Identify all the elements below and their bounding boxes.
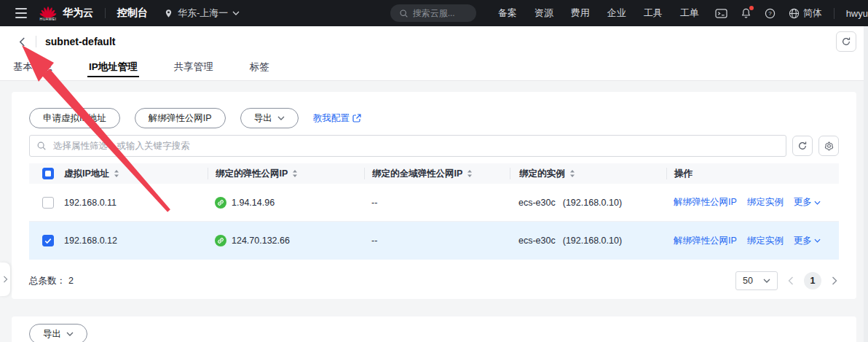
tab-tags[interactable]: 标签 [248, 56, 271, 80]
refresh-icon [797, 141, 808, 151]
table-refresh-button[interactable] [792, 136, 813, 156]
refresh-icon [841, 36, 851, 47]
ip-list-card: 申请虚拟IP地址 解绑弹性公网IP 导出 教我配置 [12, 92, 856, 299]
table-settings-button[interactable] [818, 136, 839, 156]
menu-item-ticket[interactable]: 工单 [680, 7, 699, 20]
page-size-select[interactable]: 50 [735, 271, 778, 290]
instance-ip: (192.168.0.10) [563, 198, 622, 208]
global-eip-value: -- [371, 236, 377, 246]
prev-page-button[interactable] [786, 275, 795, 287]
language-label: 简体 [803, 7, 822, 20]
svg-text:?: ? [768, 10, 772, 17]
search-icon [36, 141, 47, 151]
chevron-down-icon [814, 238, 821, 243]
bind-instance-action[interactable]: 绑定实例 [747, 235, 784, 247]
sort-icon[interactable] [292, 169, 298, 178]
sort-icon[interactable] [467, 169, 473, 178]
menu-item-tools[interactable]: 工具 [644, 7, 663, 20]
column-header-global-eip[interactable]: 绑定的全域弹性公网IP [364, 168, 510, 179]
unbind-eip-action[interactable]: 解绑弹性公网IP [674, 235, 737, 247]
apply-virtual-ip-button[interactable]: 申请虚拟IP地址 [29, 108, 120, 128]
region-selector[interactable]: 华东-上海一 [164, 7, 240, 20]
page-number[interactable]: 1 [804, 272, 821, 289]
menu-item-billing[interactable]: 费用 [571, 7, 590, 20]
cloud-search[interactable] [390, 4, 476, 22]
instance-name: ecs-e30c [518, 198, 556, 208]
eip-bound-status-icon [215, 235, 226, 246]
chevron-down-icon [814, 201, 821, 205]
column-header-instance[interactable]: 绑定的实例 [510, 168, 666, 179]
back-button[interactable] [16, 34, 28, 50]
filter-row [29, 135, 839, 157]
virtual-ip-value: 192.168.0.11 [64, 198, 117, 208]
global-eip-value: -- [371, 198, 377, 208]
table-footer: 总条数： 2 50 1 [29, 271, 839, 290]
more-actions-dropdown[interactable]: 更多 [794, 196, 821, 209]
console-link[interactable]: 控制台 [117, 7, 148, 20]
notification-dot [749, 6, 754, 10]
eip-value: 1.94.14.96 [232, 198, 275, 208]
page-header: subnet-default [0, 26, 868, 57]
page-title: subnet-default [45, 36, 115, 47]
table-row: 192.168.0.12 124.70.132.66 -- ecs-e30c (… [29, 222, 839, 260]
row-checkbox[interactable] [42, 235, 54, 246]
unbind-eip-action[interactable]: 解绑弹性公网IP [674, 196, 737, 209]
select-all-checkbox[interactable] [42, 168, 54, 179]
back-chevron-icon [19, 37, 25, 47]
export-dropdown-button[interactable]: 导出 [240, 108, 299, 128]
menu-item-resources[interactable]: 资源 [534, 7, 553, 20]
account-name[interactable]: hwyu [834, 8, 868, 19]
total-count-label: 总条数： [29, 275, 66, 287]
toolbar: 申请虚拟IP地址 解绑弹性公网IP 导出 教我配置 [29, 108, 839, 128]
language-selector[interactable]: 简体 [789, 7, 822, 20]
teach-me-config-link[interactable]: 教我配置 [313, 112, 361, 125]
row-checkbox[interactable] [42, 197, 54, 209]
huawei-logo[interactable]: HUAWEI 华为云 [39, 5, 93, 21]
topbar: HUAWEI 华为云 控制台 华东-上海一 备案 资源 费用 企业 工具 工单 … [0, 0, 868, 26]
table-header-row: 虚拟IP地址 绑定的弹性公网IP 绑定的全域弹性公网IP 绑定的实例 操作 [29, 163, 839, 184]
gear-icon [824, 141, 835, 152]
menu-item-beian[interactable]: 备案 [498, 7, 517, 20]
column-header-eip[interactable]: 绑定的弹性公网IP [208, 168, 364, 179]
export-card: 导出 [12, 316, 856, 342]
region-label: 华东-上海一 [178, 7, 228, 20]
brand-name: 华为云 [63, 7, 93, 20]
sort-icon[interactable] [569, 169, 575, 178]
chevron-down-icon [232, 11, 240, 15]
scrollbar[interactable] [864, 26, 868, 342]
topbar-divider [105, 8, 106, 18]
help-icon[interactable]: ? [765, 8, 776, 19]
bottom-export-dropdown-button[interactable]: 导出 [29, 324, 87, 342]
eip-bound-status-icon [215, 197, 226, 209]
attribute-filter-input[interactable] [29, 135, 786, 157]
tab-share-management[interactable]: 共享管理 [173, 56, 215, 80]
more-actions-dropdown[interactable]: 更多 [794, 235, 821, 247]
location-pin-icon [164, 9, 173, 18]
unbind-eip-button[interactable]: 解绑弹性公网IP [135, 108, 226, 128]
instance-name: ecs-e30c [518, 236, 556, 246]
external-link-icon [352, 114, 361, 123]
tab-ip-management[interactable]: IP地址管理 [87, 56, 139, 80]
next-page-button[interactable] [830, 275, 839, 287]
chevron-down-icon [66, 332, 74, 336]
column-header-actions: 操作 [666, 168, 839, 179]
table-row: 192.168.0.11 1.94.14.96 -- ecs-e30c (192… [29, 184, 839, 222]
sort-icon[interactable] [114, 169, 119, 178]
page-refresh-button[interactable] [836, 31, 856, 52]
bind-instance-action[interactable]: 绑定实例 [747, 196, 784, 209]
cli-terminal-icon[interactable] [715, 8, 727, 19]
tab-basic-info[interactable]: 基本信息 [12, 56, 54, 80]
notifications-bell-icon[interactable] [741, 7, 751, 19]
hamburger-menu-icon[interactable] [9, 5, 33, 21]
chevron-down-icon [277, 116, 285, 120]
virtual-ip-table: 虚拟IP地址 绑定的弹性公网IP 绑定的全域弹性公网IP 绑定的实例 操作 [29, 163, 839, 260]
column-header-virtual-ip[interactable]: 虚拟IP地址 [29, 168, 208, 180]
virtual-ip-value: 192.168.0.12 [64, 236, 117, 246]
search-icon [399, 9, 409, 18]
sidebar-expand-handle[interactable] [0, 263, 10, 296]
chevron-right-icon [3, 276, 8, 283]
menu-item-enterprise[interactable]: 企业 [607, 7, 626, 20]
cloud-search-input[interactable] [413, 8, 467, 18]
total-count-value: 2 [68, 276, 74, 286]
instance-ip: (192.168.0.10) [563, 236, 622, 246]
